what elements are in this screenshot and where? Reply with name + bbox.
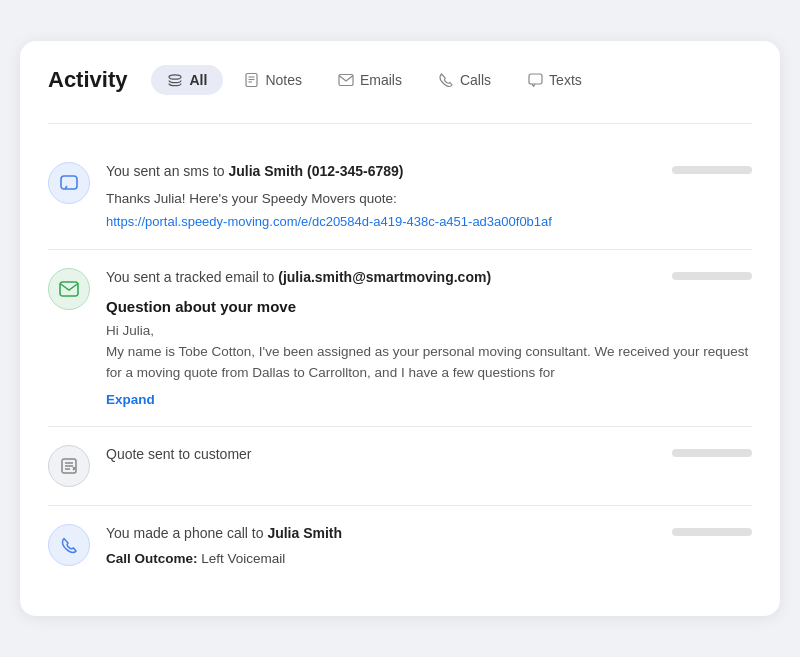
- texts-icon: [527, 72, 543, 88]
- sms-header-row: You sent an sms to Julia Smith (012-345-…: [106, 162, 752, 182]
- svg-rect-6: [529, 74, 542, 84]
- email-content: You sent a tracked email to (julia.smith…: [106, 268, 752, 407]
- avatar-call: [48, 524, 90, 566]
- notes-icon: [243, 72, 259, 88]
- email-subject: Question about your move: [106, 298, 752, 315]
- tab-texts[interactable]: Texts: [511, 65, 598, 95]
- email-body: Hi Julia, My name is Tobe Cotton, I've b…: [106, 321, 752, 384]
- avatar-email: [48, 268, 90, 310]
- tab-emails-label: Emails: [360, 72, 402, 88]
- tab-texts-label: Texts: [549, 72, 582, 88]
- activity-card: Activity All: [20, 41, 780, 616]
- quote-header-row: Quote sent to customer: [106, 445, 752, 465]
- quote-timestamp: [672, 449, 752, 457]
- tab-calls-label: Calls: [460, 72, 491, 88]
- expand-button[interactable]: Expand: [106, 392, 155, 407]
- email-title: You sent a tracked email to (julia.smith…: [106, 268, 491, 288]
- call-title: You made a phone call to Julia Smith: [106, 524, 342, 544]
- call-outcome: Call Outcome: Left Voicemail: [106, 551, 752, 566]
- svg-rect-8: [60, 282, 78, 296]
- svg-rect-5: [339, 74, 353, 85]
- call-timestamp: [672, 528, 752, 536]
- svg-rect-7: [61, 176, 77, 189]
- sms-body: Thanks Julia! Here's your Speedy Movers …: [106, 189, 752, 231]
- tab-notes-label: Notes: [265, 72, 302, 88]
- page-title: Activity: [48, 67, 127, 93]
- avatar-sms: [48, 162, 90, 204]
- activity-item-sms: You sent an sms to Julia Smith (012-345-…: [48, 144, 752, 250]
- activity-item-email: You sent a tracked email to (julia.smith…: [48, 250, 752, 426]
- tab-notes[interactable]: Notes: [227, 65, 318, 95]
- tab-calls[interactable]: Calls: [422, 65, 507, 95]
- avatar-quote: [48, 445, 90, 487]
- call-content: You made a phone call to Julia Smith Cal…: [106, 524, 752, 567]
- activity-item-quote: Quote sent to customer: [48, 427, 752, 506]
- email-header-row: You sent a tracked email to (julia.smith…: [106, 268, 752, 288]
- activity-item-call: You made a phone call to Julia Smith Cal…: [48, 506, 752, 585]
- tab-all-label: All: [189, 72, 207, 88]
- emails-icon: [338, 72, 354, 88]
- header: Activity All: [48, 65, 752, 95]
- svg-point-0: [169, 75, 181, 79]
- tab-all[interactable]: All: [151, 65, 223, 95]
- sms-timestamp: [672, 166, 752, 174]
- all-layers-icon: [167, 72, 183, 88]
- activity-list: You sent an sms to Julia Smith (012-345-…: [48, 144, 752, 584]
- sms-content: You sent an sms to Julia Smith (012-345-…: [106, 162, 752, 231]
- sms-link[interactable]: https://portal.speedy-moving.com/e/dc205…: [106, 212, 752, 232]
- header-divider: [48, 123, 752, 124]
- tab-emails[interactable]: Emails: [322, 65, 418, 95]
- sms-title: You sent an sms to Julia Smith (012-345-…: [106, 162, 404, 182]
- calls-icon: [438, 72, 454, 88]
- quote-title: Quote sent to customer: [106, 445, 252, 465]
- call-header-row: You made a phone call to Julia Smith: [106, 524, 752, 544]
- quote-content: Quote sent to customer: [106, 445, 752, 465]
- email-timestamp: [672, 272, 752, 280]
- tabs-nav: All Notes: [151, 65, 597, 95]
